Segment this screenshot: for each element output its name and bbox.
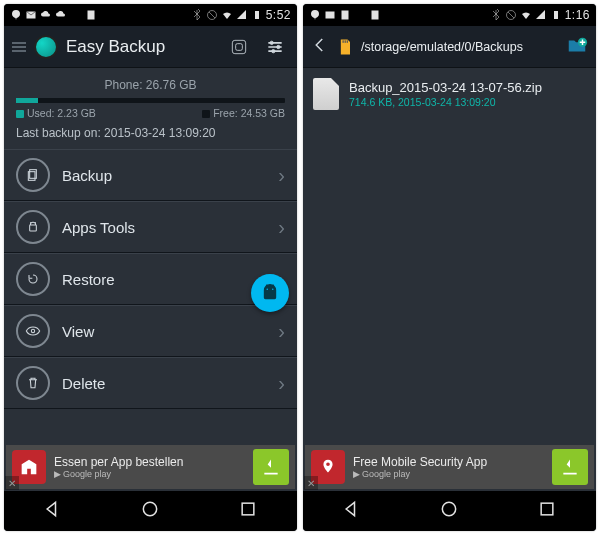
layers-button[interactable] [225, 33, 253, 61]
svg-rect-16 [242, 503, 254, 515]
file-list: Backup_2015-03-24 13-07-56.zip 714.6 KB,… [303, 68, 596, 445]
svg-point-6 [270, 41, 273, 44]
restore-icon [25, 271, 41, 287]
svg-point-15 [144, 502, 157, 515]
svg-rect-21 [554, 11, 558, 19]
screenshot-right: 1:16 /storage/emulated/0/Backups Backup_… [303, 4, 596, 531]
svg-point-26 [443, 502, 456, 515]
cloud-icon [55, 9, 67, 21]
android-fab[interactable] [251, 274, 289, 312]
svg-rect-3 [255, 11, 259, 19]
storage-bar [16, 98, 285, 103]
storage-total: Phone: 26.76 GB [16, 78, 285, 92]
ad-text: Essen per App bestellen ▶Google play [54, 455, 245, 479]
android-icon [259, 282, 281, 304]
svg-rect-19 [372, 11, 379, 20]
app-bar: Easy Backup [4, 26, 297, 68]
svg-rect-18 [342, 11, 349, 20]
svg-point-14 [272, 289, 273, 290]
svg-rect-24 [347, 40, 348, 43]
no-sim-icon [505, 9, 517, 21]
status-bar: 5:52 [4, 4, 297, 26]
wifi-icon [221, 9, 233, 21]
path-text: /storage/emulated/0/Backups [361, 40, 560, 54]
mail-icon [25, 9, 37, 21]
app-title: Easy Backup [66, 37, 217, 57]
svg-rect-23 [345, 40, 346, 43]
storage-free: Free: 24.53 GB [202, 107, 285, 119]
nav-bar [303, 491, 596, 531]
svg-rect-27 [541, 503, 553, 515]
notification-icon [85, 9, 97, 21]
nav-back-button[interactable] [43, 499, 63, 523]
nav-recent-button[interactable] [537, 499, 557, 523]
download-icon [354, 9, 366, 21]
app-logo-icon [34, 35, 58, 59]
bluetooth-icon [490, 9, 502, 21]
svg-rect-1 [88, 11, 95, 20]
ad-close-button[interactable]: ✕ [304, 476, 318, 490]
file-meta: 714.6 KB, 2015-03-24 13:09:20 [349, 96, 542, 108]
apps-tools-button[interactable]: Apps Tools › [4, 201, 297, 253]
mail-icon [324, 9, 336, 21]
cloud-icon [40, 9, 52, 21]
download-icon [70, 9, 82, 21]
screenshot-left: 5:52 Easy Backup Phone: 26.76 GB Used: 2… [4, 4, 297, 531]
last-backup-label: Last backup on: 2015-03-24 13:09:20 [16, 123, 285, 143]
chevron-right-icon: › [278, 372, 285, 395]
sdcard-icon [335, 35, 355, 59]
view-button[interactable]: View › [4, 305, 297, 357]
path-bar: /storage/emulated/0/Backups [303, 26, 596, 68]
ad-banner[interactable]: ✕ Essen per App bestellen ▶Google play [6, 445, 295, 489]
add-folder-button[interactable] [566, 34, 588, 60]
no-sim-icon [206, 9, 218, 21]
status-bar: 1:16 [303, 4, 596, 26]
signal-icon [236, 9, 248, 21]
svg-point-7 [277, 45, 280, 48]
settings-button[interactable] [261, 33, 289, 61]
trash-icon [25, 375, 41, 391]
ad-download-button[interactable] [552, 449, 588, 485]
nav-bar [4, 491, 297, 531]
svg-rect-11 [30, 225, 37, 231]
svg-rect-17 [326, 12, 335, 19]
nav-back-button[interactable] [342, 499, 362, 523]
svg-rect-5 [236, 43, 243, 50]
ad-banner[interactable]: ✕ Free Mobile Security App ▶Google play [305, 445, 594, 489]
file-name: Backup_2015-03-24 13-07-56.zip [349, 80, 542, 95]
hangouts-icon [309, 9, 321, 21]
nav-home-button[interactable] [439, 499, 459, 523]
hangouts-icon [10, 9, 22, 21]
battery-icon [550, 9, 562, 21]
file-icon [313, 78, 339, 110]
backup-button[interactable]: Backup › [4, 149, 297, 201]
back-button[interactable] [311, 36, 329, 58]
nav-home-button[interactable] [140, 499, 160, 523]
battery-icon [251, 9, 263, 21]
svg-rect-22 [343, 40, 344, 43]
chevron-right-icon: › [278, 320, 285, 343]
bluetooth-icon [191, 9, 203, 21]
notification-icon [339, 9, 351, 21]
file-row[interactable]: Backup_2015-03-24 13-07-56.zip 714.6 KB,… [303, 72, 596, 116]
eye-icon [25, 323, 41, 339]
status-clock: 1:16 [565, 8, 590, 22]
menu-icon[interactable] [12, 42, 26, 52]
android-icon [25, 219, 41, 235]
ad-close-button[interactable]: ✕ [5, 476, 19, 490]
chevron-right-icon: › [278, 164, 285, 187]
delete-button[interactable]: Delete › [4, 357, 297, 409]
notification-icon [369, 9, 381, 21]
nav-recent-button[interactable] [238, 499, 258, 523]
svg-point-12 [31, 329, 34, 332]
status-clock: 5:52 [266, 8, 291, 22]
signal-icon [535, 9, 547, 21]
svg-point-8 [272, 49, 275, 52]
ad-text: Free Mobile Security App ▶Google play [353, 455, 544, 479]
storage-summary: Phone: 26.76 GB Used: 2.23 GB Free: 24.5… [4, 68, 297, 149]
ad-download-button[interactable] [253, 449, 289, 485]
svg-point-13 [267, 289, 268, 290]
chevron-right-icon: › [278, 216, 285, 239]
wifi-icon [520, 9, 532, 21]
backup-icon [25, 167, 41, 183]
